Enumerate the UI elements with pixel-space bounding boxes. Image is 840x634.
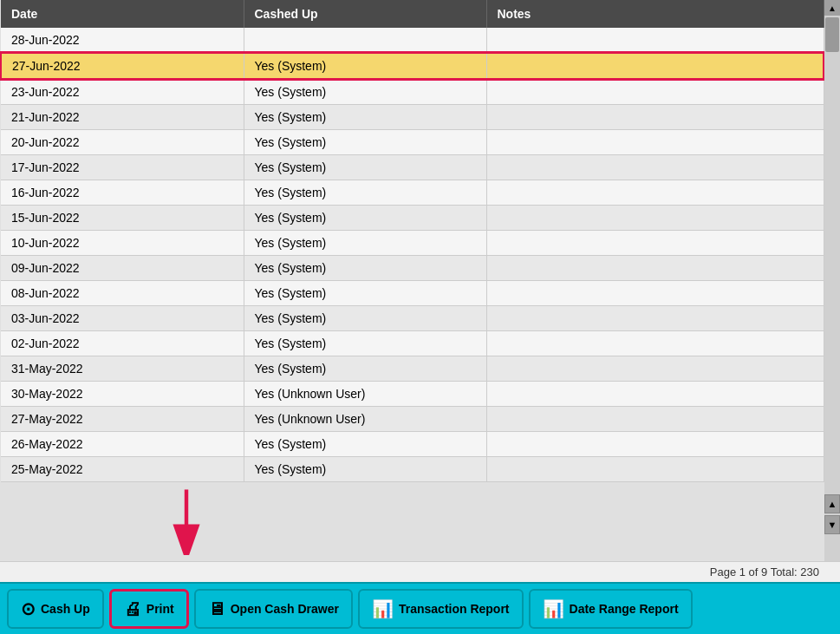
cell-cashed-up: Yes (System) bbox=[244, 155, 486, 180]
cell-date: 21-Jun-2022 bbox=[1, 105, 244, 130]
cell-date: 17-Jun-2022 bbox=[1, 155, 244, 180]
cell-date: 25-May-2022 bbox=[1, 457, 244, 482]
cell-date: 16-Jun-2022 bbox=[1, 180, 244, 206]
cell-date: 26-May-2022 bbox=[1, 432, 244, 457]
open-cash-drawer-label: Open Cash Drawer bbox=[231, 602, 339, 616]
table-row[interactable]: 25-May-2022Yes (System) bbox=[1, 457, 824, 482]
cell-cashed-up: Yes (System) bbox=[244, 356, 486, 382]
cell-notes bbox=[486, 382, 824, 407]
table-row[interactable]: 10-Jun-2022Yes (System) bbox=[1, 231, 824, 256]
transaction-report-button[interactable]: 📊 Transaction Report bbox=[358, 589, 524, 629]
cell-notes bbox=[486, 331, 824, 356]
header-date: Date bbox=[1, 0, 244, 28]
cell-notes bbox=[486, 155, 824, 180]
cell-notes bbox=[486, 432, 824, 457]
cell-notes bbox=[486, 231, 824, 256]
table-row[interactable]: 21-Jun-2022Yes (System) bbox=[1, 105, 824, 130]
cell-notes bbox=[486, 53, 824, 79]
cell-cashed-up: Yes (System) bbox=[244, 53, 486, 79]
cell-notes bbox=[486, 130, 824, 155]
cell-cashed-up: Yes (System) bbox=[244, 457, 486, 482]
header-notes: Notes bbox=[486, 0, 824, 28]
transaction-report-icon: 📊 bbox=[372, 598, 394, 619]
cell-date: 28-Jun-2022 bbox=[1, 28, 244, 53]
page-number-text: Page 1 of 9 Total: 230 bbox=[710, 565, 819, 578]
print-icon: 🖨 bbox=[124, 599, 141, 619]
date-range-icon: 📊 bbox=[543, 598, 564, 619]
cash-up-icon: ⊙ bbox=[21, 598, 36, 619]
cell-cashed-up: Yes (System) bbox=[244, 206, 486, 231]
table-row[interactable]: 26-May-2022Yes (System) bbox=[1, 432, 824, 457]
annotation-arrow bbox=[160, 486, 212, 558]
cell-date: 10-Jun-2022 bbox=[1, 231, 244, 256]
cell-notes bbox=[486, 206, 824, 231]
cell-notes bbox=[486, 306, 824, 331]
table-row[interactable]: 31-May-2022Yes (System) bbox=[1, 356, 824, 382]
cell-notes bbox=[486, 256, 824, 281]
cell-date: 30-May-2022 bbox=[1, 382, 244, 407]
scroll-down-arrow-2[interactable]: ▼ bbox=[824, 515, 840, 534]
cell-date: 08-Jun-2022 bbox=[1, 281, 244, 306]
table-row[interactable]: 02-Jun-2022Yes (System) bbox=[1, 331, 824, 356]
scroll-thumb[interactable] bbox=[825, 17, 839, 52]
cell-notes bbox=[486, 356, 824, 382]
cell-date: 27-May-2022 bbox=[1, 407, 244, 432]
cell-cashed-up: Yes (System) bbox=[244, 432, 486, 457]
table-row[interactable]: 28-Jun-2022 bbox=[1, 28, 824, 53]
cell-date: 02-Jun-2022 bbox=[1, 331, 244, 356]
scrollbar[interactable]: ▲ bbox=[824, 0, 840, 561]
cash-up-table: Date Cashed Up Notes 28-Jun-202227-Jun-2… bbox=[0, 0, 824, 482]
date-range-report-label: Date Range Report bbox=[570, 602, 679, 616]
bottom-toolbar: ⊙ Cash Up 🖨 Print 🖥 Open Cash Drawer 📊 T… bbox=[0, 582, 840, 634]
cell-cashed-up: Yes (System) bbox=[244, 79, 486, 105]
print-label: Print bbox=[147, 602, 174, 616]
cell-cashed-up: Yes (Unknown User) bbox=[244, 382, 486, 407]
pagination-info: Page 1 of 9 Total: 230 bbox=[0, 561, 840, 582]
cell-date: 27-Jun-2022 bbox=[1, 53, 244, 79]
table-row[interactable]: 16-Jun-2022Yes (System) bbox=[1, 180, 824, 206]
table-row[interactable]: 03-Jun-2022Yes (System) bbox=[1, 306, 824, 331]
cell-cashed-up: Yes (System) bbox=[244, 256, 486, 281]
cell-date: 09-Jun-2022 bbox=[1, 256, 244, 281]
table-row[interactable]: 27-Jun-2022Yes (System) bbox=[1, 53, 824, 79]
cell-notes bbox=[486, 457, 824, 482]
table-row[interactable]: 17-Jun-2022Yes (System) bbox=[1, 155, 824, 180]
cell-date: 20-Jun-2022 bbox=[1, 130, 244, 155]
table-header-row: Date Cashed Up Notes bbox=[1, 0, 824, 28]
scroll-down-arrow-1[interactable]: ▲ bbox=[824, 494, 840, 513]
cash-up-label: Cash Up bbox=[41, 602, 90, 616]
scroll-up-arrow[interactable]: ▲ bbox=[824, 0, 840, 16]
cell-notes bbox=[486, 28, 824, 53]
cash-drawer-icon: 🖥 bbox=[208, 599, 225, 619]
cell-date: 15-Jun-2022 bbox=[1, 206, 244, 231]
table-row[interactable]: 27-May-2022Yes (Unknown User) bbox=[1, 407, 824, 432]
print-button[interactable]: 🖨 Print bbox=[109, 589, 189, 629]
cell-cashed-up: Yes (System) bbox=[244, 281, 486, 306]
table-row[interactable]: 15-Jun-2022Yes (System) bbox=[1, 206, 824, 231]
cash-up-button[interactable]: ⊙ Cash Up bbox=[7, 589, 104, 629]
open-cash-drawer-button[interactable]: 🖥 Open Cash Drawer bbox=[194, 589, 353, 629]
cell-cashed-up: Yes (Unknown User) bbox=[244, 407, 486, 432]
cell-notes bbox=[486, 180, 824, 206]
cell-date: 23-Jun-2022 bbox=[1, 79, 244, 105]
table-row[interactable]: 30-May-2022Yes (Unknown User) bbox=[1, 382, 824, 407]
cell-cashed-up: Yes (System) bbox=[244, 105, 486, 130]
table-row[interactable]: 20-Jun-2022Yes (System) bbox=[1, 130, 824, 155]
cell-cashed-up: Yes (System) bbox=[244, 130, 486, 155]
table-row[interactable]: 09-Jun-2022Yes (System) bbox=[1, 256, 824, 281]
cell-cashed-up bbox=[244, 28, 486, 53]
cell-date: 31-May-2022 bbox=[1, 356, 244, 382]
header-cashed-up: Cashed Up bbox=[244, 0, 486, 28]
table-row[interactable]: 08-Jun-2022Yes (System) bbox=[1, 281, 824, 306]
main-table-area: Date Cashed Up Notes 28-Jun-202227-Jun-2… bbox=[0, 0, 840, 561]
cell-notes bbox=[486, 105, 824, 130]
cell-notes bbox=[486, 281, 824, 306]
scroll-arrows-bottom: ▲ ▼ bbox=[824, 493, 840, 535]
table-row[interactable]: 23-Jun-2022Yes (System) bbox=[1, 79, 824, 105]
cell-cashed-up: Yes (System) bbox=[244, 331, 486, 356]
table-scroll-area: Date Cashed Up Notes 28-Jun-202227-Jun-2… bbox=[0, 0, 824, 482]
cell-cashed-up: Yes (System) bbox=[244, 306, 486, 331]
cell-date: 03-Jun-2022 bbox=[1, 306, 244, 331]
cell-notes bbox=[486, 79, 824, 105]
date-range-report-button[interactable]: 📊 Date Range Report bbox=[529, 589, 693, 629]
